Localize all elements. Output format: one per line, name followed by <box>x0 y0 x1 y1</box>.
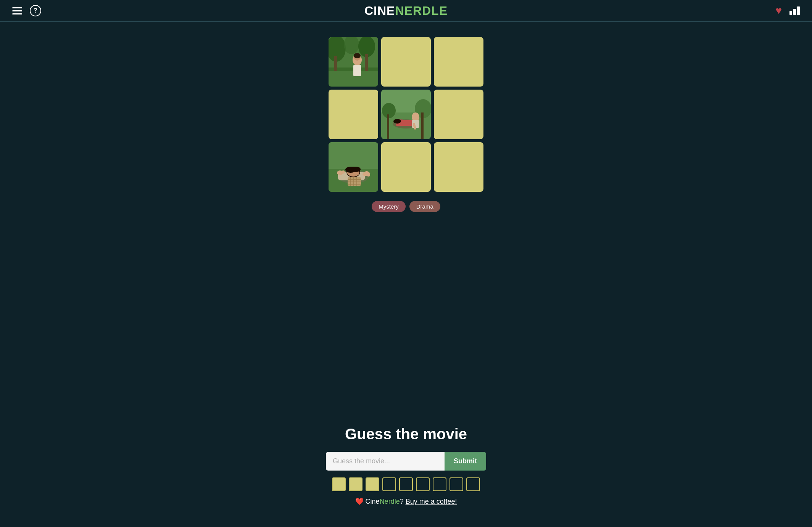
attempt-squares <box>332 477 480 491</box>
logo-nerdle: NERDLE <box>395 4 448 18</box>
movie-grid <box>329 37 483 192</box>
footer: ❤️ CineNerdle? Buy me a coffee! <box>349 491 463 512</box>
footer-cine: Cine <box>366 498 380 505</box>
bottom-section: Guess the movie Submit ❤️ CineNerdle? Bu… <box>8 418 804 519</box>
svg-rect-26 <box>329 142 378 169</box>
logo: CINENERDLE <box>364 4 448 18</box>
help-label: ? <box>34 7 37 14</box>
svg-point-33 <box>351 167 361 172</box>
grid-cell-bot-center <box>381 142 431 192</box>
attempt-square-2 <box>349 477 362 491</box>
header-left: ? <box>12 5 41 16</box>
svg-rect-16 <box>387 114 389 139</box>
attempt-square-6 <box>416 477 430 491</box>
grid-cell-bot-right <box>434 142 483 192</box>
genre-mystery-tag: Mystery <box>372 201 406 212</box>
attempt-square-3 <box>366 477 379 491</box>
main-content: Mystery Drama Guess the movie Submit ❤️ … <box>0 22 812 527</box>
header: ? CINENERDLE ♥ <box>0 0 812 22</box>
input-row: Submit <box>326 452 486 471</box>
help-icon[interactable]: ? <box>30 5 41 16</box>
genre-tags: Mystery Drama <box>372 201 440 212</box>
header-right: ♥ <box>775 5 800 17</box>
grid-cell-top-left <box>329 37 378 87</box>
genre-drama-tag: Drama <box>409 201 440 212</box>
hamburger-menu-icon[interactable] <box>12 7 22 14</box>
submit-button[interactable]: Submit <box>445 452 486 471</box>
footer-question: ? <box>400 498 406 505</box>
attempt-square-8 <box>450 477 463 491</box>
svg-rect-9 <box>353 65 361 76</box>
grid-cell-bot-left <box>329 142 378 192</box>
attempt-square-5 <box>399 477 413 491</box>
guess-label: Guess the movie <box>345 426 467 443</box>
svg-point-21 <box>393 119 401 124</box>
grid-cell-mid-center <box>381 90 431 139</box>
grid-cell-top-right <box>434 37 483 87</box>
grid-cell-mid-right <box>434 90 483 139</box>
footer-heart-icon: ❤️ <box>355 498 364 505</box>
stats-icon[interactable] <box>789 6 800 15</box>
svg-point-11 <box>354 53 361 58</box>
logo-cine: CINE <box>364 4 395 18</box>
footer-buy-coffee-link[interactable]: Buy me a coffee! <box>406 498 457 505</box>
heart-icon[interactable]: ♥ <box>775 5 782 17</box>
guess-input[interactable] <box>326 452 445 471</box>
footer-nerdle: Nerdle <box>380 498 400 505</box>
attempt-square-1 <box>332 477 346 491</box>
attempt-square-7 <box>433 477 446 491</box>
grid-cell-top-center <box>381 37 431 87</box>
attempt-square-4 <box>382 477 396 491</box>
grid-cell-mid-left <box>329 90 378 139</box>
svg-rect-17 <box>421 112 424 139</box>
attempt-square-9 <box>466 477 480 491</box>
